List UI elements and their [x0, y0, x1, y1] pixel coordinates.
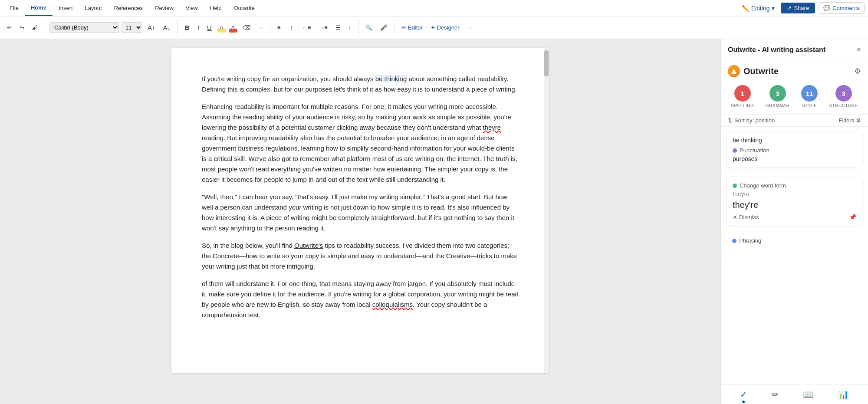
document-text[interactable]: If you're writing copy for an organizati…: [202, 74, 519, 320]
tab-review[interactable]: Review: [149, 0, 180, 16]
document-area[interactable]: If you're writing copy for an organizati…: [0, 39, 720, 404]
tab-row: File Home Insert Layout References Revie…: [3, 0, 736, 16]
font-size-select[interactable]: 11: [122, 22, 142, 33]
document-scrollbar[interactable]: [544, 48, 549, 373]
ribbon: ↩ ↪ 🖌 Calibri (Body) 11 A↑ A↓ B I U A A …: [0, 16, 868, 39]
bullets-button[interactable]: ≡: [275, 23, 283, 33]
decrease-font-button[interactable]: A↓: [161, 22, 174, 33]
sort-filter-row: ⇅ Sort by: position Filters ⚙: [721, 114, 868, 127]
font-color-button[interactable]: A: [229, 23, 238, 33]
structure-badge: 3: [835, 85, 852, 102]
more-format-button[interactable]: ···: [256, 23, 266, 33]
score-style[interactable]: 11 STYLE: [801, 85, 818, 108]
suggestion-card-1[interactable]: be thinking Punctuation purposes: [726, 131, 863, 168]
score-structure[interactable]: 3 STRUCTURE: [829, 85, 858, 108]
panel-close-button[interactable]: ×: [856, 45, 861, 54]
outdent-button[interactable]: ←≡: [299, 23, 314, 33]
colloquialisms-word: colloquialisms: [372, 301, 413, 308]
share-button[interactable]: ↗ Share: [781, 3, 815, 13]
main-area: If you're writing copy for an organizati…: [0, 39, 868, 404]
title-bar-right: ↗ Share 💬 Comments: [781, 2, 865, 14]
ribbon-divider-2: [178, 21, 178, 35]
redo-button[interactable]: ↪: [17, 23, 27, 33]
suggestion-tag-1: Punctuation: [733, 147, 856, 154]
search-button[interactable]: 🔍: [363, 23, 375, 33]
edit-nav-button[interactable]: ✏: [772, 389, 779, 400]
editing-button[interactable]: ✏️ Editing ▾: [737, 3, 779, 13]
filter-icon: ⚙: [856, 117, 861, 124]
outwrite-logo-icon: [728, 65, 740, 77]
sort-button[interactable]: ⇅ Sort by: position: [728, 117, 775, 124]
punctuation-dot: [733, 148, 737, 153]
original-word: theyre: [733, 191, 856, 197]
tab-references[interactable]: References: [108, 0, 149, 16]
ribbon-divider-1: [45, 21, 45, 35]
tab-home[interactable]: Home: [25, 0, 53, 16]
phrasing-dot: [732, 239, 736, 243]
paragraph-4: So, in the blog below, you'll find Outwr…: [202, 240, 519, 272]
tab-help[interactable]: Help: [204, 0, 228, 16]
chart-nav-button[interactable]: 📊: [838, 389, 849, 400]
settings-icon[interactable]: ⚙: [854, 66, 861, 76]
bold-button[interactable]: B: [182, 22, 192, 33]
pin-icon[interactable]: 📌: [849, 213, 856, 220]
dictate-button[interactable]: 🎤: [378, 23, 390, 33]
spelling-label: SPELLING: [731, 103, 754, 108]
phrasing-label: Phrasing: [739, 237, 761, 244]
numbering-button[interactable]: ⋮: [286, 23, 297, 33]
book-nav-icon: 📖: [803, 390, 814, 399]
pencil-icon: ✏️: [742, 5, 749, 12]
underline-button[interactable]: U: [204, 22, 214, 33]
filter-button[interactable]: Filters ⚙: [839, 117, 861, 124]
tab-view[interactable]: View: [180, 0, 204, 16]
dismiss-button[interactable]: ✕ Dismiss: [733, 214, 759, 220]
panel-logo-row: Outwrite ⚙: [721, 59, 868, 81]
more-options-button[interactable]: ···: [465, 23, 475, 33]
style-badge: 11: [801, 85, 818, 102]
format-painter-button[interactable]: 🖌: [30, 23, 40, 33]
increase-font-button[interactable]: A↑: [145, 22, 158, 33]
undo-button[interactable]: ↩: [4, 23, 14, 33]
tab-outwrite[interactable]: Outwrite: [227, 0, 260, 16]
comments-button[interactable]: 💬 Comments: [819, 2, 865, 14]
change-word-label: Change word form: [740, 182, 786, 189]
tab-layout[interactable]: Layout: [79, 0, 108, 16]
sort-icon: ⇅: [728, 117, 733, 124]
clear-format-button[interactable]: ⌫: [240, 23, 253, 33]
share-icon: ↗: [787, 5, 792, 11]
designer-button[interactable]: ✦ Designer: [428, 23, 462, 33]
chart-nav-icon: 📊: [838, 390, 849, 399]
structure-label: STRUCTURE: [829, 103, 858, 108]
indent-button[interactable]: →≡: [316, 23, 330, 33]
tab-insert[interactable]: Insert: [53, 0, 79, 16]
paragraph-3: "Well, then," I can hear you say, "that'…: [202, 192, 519, 233]
suggestion-actions-2: ✕ Dismiss 📌: [733, 213, 856, 220]
panel-title: Outwrite - AI writing assistant: [728, 46, 825, 54]
score-row: 1 SPELLING 3 GRAMMAR 11 STYLE 3 S: [721, 81, 868, 114]
align-button[interactable]: ☰: [333, 23, 343, 33]
highlight-button[interactable]: A: [217, 23, 226, 33]
paragraph-1: If you're writing copy for an organizati…: [202, 74, 519, 95]
book-nav-button[interactable]: 📖: [803, 389, 814, 400]
active-indicator: [742, 401, 745, 403]
spacing-button[interactable]: ↕: [346, 23, 354, 33]
replacement-word: they're: [733, 200, 856, 210]
scrollbar-thumb: [544, 50, 549, 76]
theyre-word: theyre: [483, 124, 501, 131]
editor-button[interactable]: ✏ Editor: [399, 23, 425, 33]
font-family-select[interactable]: Calibri (Body): [49, 22, 119, 33]
tab-file[interactable]: File: [3, 0, 25, 16]
outwrite-link: Outwrite's: [294, 242, 323, 249]
purposes-text: purposes: [305, 85, 332, 93]
score-grammar[interactable]: 3 GRAMMAR: [766, 85, 790, 108]
check-nav-button[interactable]: ✓: [740, 389, 747, 400]
svg-marker-0: [731, 69, 736, 74]
italic-button[interactable]: I: [195, 22, 202, 33]
comment-icon: 💬: [823, 5, 830, 11]
pencil-nav-icon: ✏: [772, 390, 779, 399]
score-spelling[interactable]: 1 SPELLING: [731, 85, 754, 108]
title-bar: File Home Insert Layout References Revie…: [0, 0, 868, 16]
panel-header: Outwrite - AI writing assistant ×: [721, 39, 868, 59]
editing-label: Editing: [751, 5, 770, 12]
suggestion-card-2[interactable]: Change word form theyre they're ✕ Dismis…: [726, 177, 863, 226]
